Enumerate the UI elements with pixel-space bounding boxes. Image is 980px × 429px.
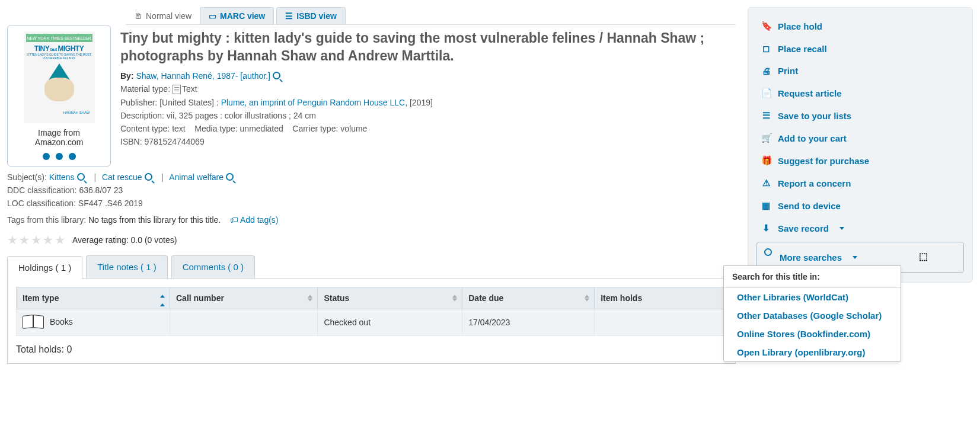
col-label: Date due — [468, 293, 503, 303]
action-place-recall[interactable]: ◻ Place recall — [748, 37, 972, 60]
file-icon: 🗎 — [134, 11, 142, 21]
star-icon[interactable]: ★ — [43, 233, 53, 247]
search-icon[interactable] — [226, 172, 237, 182]
view-tabs: 🗎 Normal view ▭ MARC view ☰ ISBD view — [126, 7, 736, 25]
cover-title: TINY but MIGHTY — [34, 44, 84, 53]
download-icon: ⬇ — [761, 223, 771, 233]
action-send-device[interactable]: ▦ Send to device — [748, 194, 972, 217]
search-icon[interactable] — [273, 71, 284, 81]
qr-icon: ▦ — [761, 200, 771, 211]
by-line: By: Shaw, Hannah René, 1987- [author.] — [120, 71, 736, 81]
subject-link[interactable]: Animal welfare — [169, 172, 224, 182]
dropdown-item-openlibrary[interactable]: Open Library (openlibrary.org) — [724, 343, 901, 361]
col-item-type[interactable]: Item type — [17, 287, 170, 309]
action-label: Add to your cart — [778, 133, 847, 143]
cover-image[interactable]: NEW YORK TIMES BESTSELLER TINY but MIGHT… — [24, 31, 95, 123]
ddc-value: 636.8/07 23 — [79, 185, 123, 195]
action-report[interactable]: ⚠ Report a concern — [748, 172, 972, 194]
tab-normal-label: Normal view — [146, 11, 191, 21]
col-item-holds[interactable]: Item holds — [595, 287, 727, 309]
publisher-link[interactable]: Plume, an imprint of Penguin Random Hous… — [221, 98, 407, 107]
loc-label: LOC classification: — [7, 199, 76, 208]
rating-row: ★ ★ ★ ★ ★ Average rating: 0.0 (0 votes) — [7, 233, 736, 247]
col-date-due[interactable]: Date due — [462, 287, 595, 309]
col-status[interactable]: Status — [318, 287, 462, 309]
action-add-cart[interactable]: 🛒 Add to your cart — [748, 127, 972, 149]
action-label: Place recall — [778, 44, 827, 54]
subject-link[interactable]: Kittens — [49, 172, 75, 182]
tab-holdings[interactable]: Holdings ( 1 ) — [7, 256, 82, 278]
action-save-record[interactable]: ⬇ Save record — [748, 217, 972, 239]
action-label: Print — [778, 66, 798, 76]
tab-title-notes[interactable]: Title notes ( 1 ) — [86, 255, 167, 278]
col-call-number[interactable]: Call number — [170, 287, 318, 309]
tab-marc-view[interactable]: ▭ MARC view — [200, 7, 274, 24]
star-icon[interactable]: ★ — [55, 233, 65, 247]
subjects-label: Subject(s): — [7, 172, 47, 182]
content-type-label: Content type: — [120, 124, 170, 133]
add-tags-link[interactable]: 🏷 Add tag(s) — [230, 215, 279, 225]
add-tags-label: Add tag(s) — [240, 215, 279, 225]
file-icon: 📄 — [761, 88, 771, 98]
cover-cat-illustration — [39, 63, 80, 111]
author-link[interactable]: Shaw, Hannah René, 1987- [author.] — [136, 71, 270, 81]
media-type-value: unmediated — [240, 124, 283, 133]
tags-empty: No tags from this library for this title… — [88, 215, 221, 225]
star-icon[interactable]: ★ — [31, 233, 42, 247]
tab-comments[interactable]: Comments ( 0 ) — [171, 255, 255, 278]
cell-text: Books — [50, 317, 73, 326]
isbn: ISBN: 9781524744069 — [120, 137, 736, 146]
page-title: Tiny but mighty : kitten lady's guide to… — [120, 30, 736, 65]
action-print[interactable]: 🖨 Print — [748, 60, 972, 82]
star-rating[interactable]: ★ ★ ★ ★ ★ — [7, 233, 65, 247]
holdings-panel: Item type Call number Status — [7, 278, 736, 364]
star-icon[interactable]: ★ — [19, 233, 30, 247]
carrier-type-value: volume — [340, 124, 367, 133]
action-request-article[interactable]: 📄 Request article — [748, 82, 972, 104]
subject-link[interactable]: Cat rescue — [102, 172, 142, 182]
cover-dot[interactable] — [43, 153, 50, 160]
action-label: Suggest for purchase — [778, 156, 869, 166]
dropdown-item-worldcat[interactable]: Other Libraries (WorldCat) — [724, 288, 901, 306]
action-save-lists[interactable]: ☰ Save to your lists — [748, 104, 972, 127]
types-row: Content type: text Media type: unmediate… — [120, 124, 736, 133]
print-icon: 🖨 — [761, 66, 771, 76]
star-icon[interactable]: ★ — [7, 233, 18, 247]
tab-normal-view[interactable]: 🗎 Normal view — [126, 7, 200, 24]
search-icon[interactable] — [145, 172, 156, 182]
search-icon[interactable] — [77, 172, 88, 182]
tab-isbd-view[interactable]: ☰ ISBD view — [276, 7, 346, 24]
bookmark-icon: 🔖 — [761, 21, 771, 31]
description: Description: vii, 325 pages : color illu… — [120, 111, 736, 120]
cover-author: HANNAH SHAW — [63, 111, 90, 114]
tags: Tags from this library: No tags from thi… — [7, 215, 736, 225]
action-label: More searches — [780, 252, 842, 262]
cell-status: Checked out — [318, 309, 462, 336]
table-row: Books Checked out 17/04/2023 — [17, 309, 727, 336]
cover-box: NEW YORK TIMES BESTSELLER TINY but MIGHT… — [7, 25, 111, 167]
publisher-year: [2019] — [410, 98, 433, 107]
cover-caption: Image from Amazon.com — [14, 128, 104, 147]
action-label: Save to your lists — [778, 111, 851, 121]
cover-dot[interactable] — [69, 153, 76, 160]
more-searches-dropdown: Search for this title in: Other Librarie… — [723, 265, 901, 362]
material-type: Material type: Text — [120, 84, 736, 94]
material-type-value: Text — [182, 84, 197, 94]
action-label: Place hold — [778, 21, 822, 31]
action-label: Request article — [778, 88, 842, 98]
action-place-hold[interactable]: 🔖 Place hold — [748, 15, 972, 37]
rating-text: Average rating: 0.0 (0 votes) — [72, 235, 177, 245]
media-type-label: Media type: — [194, 124, 237, 133]
cell-item-holds — [595, 309, 727, 336]
chevron-down-icon — [839, 227, 844, 230]
dropdown-item-bookfinder[interactable]: Online Stores (Bookfinder.com) — [724, 325, 901, 343]
isbn-label: ISBN: — [120, 137, 142, 146]
cover-dot[interactable] — [56, 153, 63, 160]
action-label: Report a concern — [778, 178, 851, 188]
dropdown-item-scholar[interactable]: Other Databases (Google Scholar) — [724, 306, 901, 325]
col-label: Status — [324, 293, 349, 303]
subjects: Subject(s): Kittens | Cat rescue | Anima… — [7, 172, 736, 182]
action-suggest[interactable]: 🎁 Suggest for purchase — [748, 149, 972, 172]
ddc: DDC classification: 636.8/07 23 — [7, 185, 736, 195]
gift-icon: 🎁 — [761, 155, 771, 166]
